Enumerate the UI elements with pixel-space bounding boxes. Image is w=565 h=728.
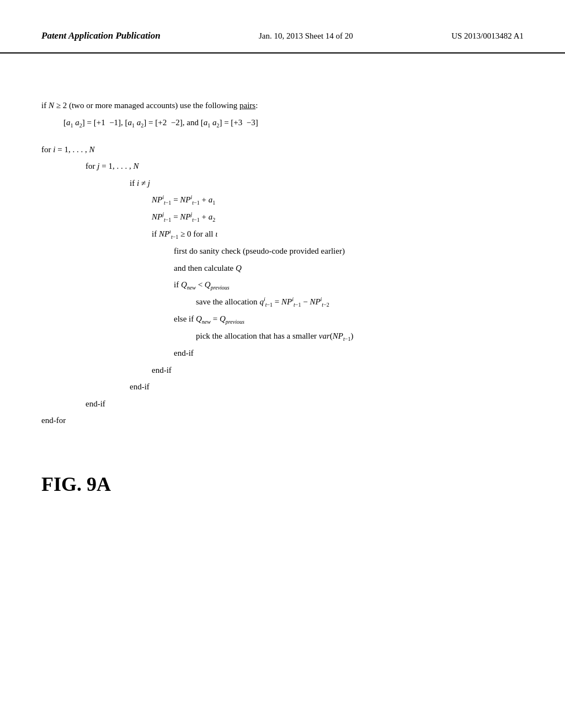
publication-number: US 2013/0013482 A1	[451, 31, 524, 41]
end-if-outer: end-if	[86, 396, 524, 412]
page: Patent Application Publication Jan. 10, …	[0, 0, 565, 728]
pseudocode-block: if N ≥ 2 (two or more managed accounts) …	[41, 98, 524, 429]
sanity-check-line: first do sanity check (pseudo-code provi…	[174, 243, 524, 259]
page-header: Patent Application Publication Jan. 10, …	[0, 0, 565, 53]
else-if-q-new-eq: else if Qnew = Qprevious	[174, 311, 524, 327]
intro-line-1: if N ≥ 2 (two or more managed accounts) …	[41, 98, 524, 114]
if-np-ge-0: if NPιt−1 ≥ 0 for all ι	[152, 226, 524, 242]
calculate-q-line: and then calculate Q	[174, 260, 524, 276]
np-i-update: NPit−1 = NPit−1 + a1	[152, 192, 524, 208]
publication-title: Patent Application Publication	[41, 30, 161, 41]
save-allocation: save the allocation qit−1 = NPit−1 − NPi…	[196, 294, 524, 310]
if-i-ne-j: if i ≠ j	[130, 175, 524, 191]
end-if-q: end-if	[174, 345, 524, 361]
publication-date-sheet: Jan. 10, 2013 Sheet 14 of 20	[259, 31, 353, 41]
pick-allocation: pick the allocation that has a smaller v…	[196, 328, 524, 344]
for-i-line: for i = 1, . . . , N	[41, 142, 524, 158]
if-q-new-lt: if Qnew < Qprevious	[174, 277, 524, 293]
page-content: if N ≥ 2 (two or more managed accounts) …	[0, 53, 565, 529]
intro-line-2: [a1 a2] = [+1 −1], [a1 a2] = [+2 −2], an…	[63, 115, 524, 131]
end-if-i-ne-j: end-if	[130, 379, 524, 395]
np-j-update: NPjt−1 = NPjt−1 + a2	[152, 209, 524, 225]
end-for: end-for	[41, 413, 524, 429]
for-j-line: for j = 1, . . . , N	[86, 158, 524, 174]
figure-label: FIG. 9A	[41, 473, 524, 496]
end-if-np: end-if	[152, 362, 524, 378]
